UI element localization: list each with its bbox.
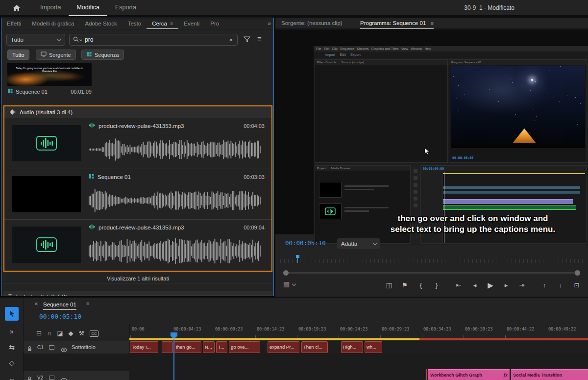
eye-icon[interactable] <box>61 345 67 354</box>
caption-clip[interactable]: go ove... <box>229 341 260 353</box>
home-icon[interactable] <box>13 4 21 14</box>
show-more-results-link[interactable]: Visualizzare 1 altri risultati <box>3 274 272 283</box>
audio-waveform[interactable] <box>89 134 261 165</box>
tab-pro-truncated[interactable]: Pro <box>205 18 224 29</box>
search-input[interactable] <box>85 36 228 43</box>
nest-toggle-button[interactable]: ⊟ <box>36 328 42 339</box>
step-forward-button[interactable]: ▸ <box>501 280 512 291</box>
caption-clip-lane: Today I...then go...N...T...go ove...exp… <box>129 341 588 354</box>
panel-menu-icon[interactable]: ≡ <box>86 301 89 306</box>
monitor-settings-button[interactable]: ▦ <box>283 280 295 288</box>
caption-clip[interactable]: Then cl... <box>301 341 328 353</box>
eye-icon[interactable] <box>61 376 67 380</box>
timeline-timecode[interactable]: 00:00:05:10 <box>39 313 81 320</box>
track-select-tool[interactable]: » <box>5 325 19 338</box>
video-clip[interactable]: Social Media Transition <box>511 369 588 380</box>
tab-modifica[interactable]: Modifica <box>69 0 107 16</box>
linked-selection-toggle-button[interactable]: ◪ <box>57 328 63 339</box>
audio-waveform[interactable] <box>89 236 261 266</box>
program-playhead[interactable] <box>297 255 298 263</box>
preview-audio-thumbnail <box>319 203 342 219</box>
search-settings-menu-icon[interactable]: ≡ <box>257 34 262 43</box>
lift-button[interactable]: ↑ <box>539 280 550 291</box>
video-result-thumbnail[interactable]: Today I'm going to show you how to add a… <box>7 63 92 86</box>
snap-toggle-button[interactable]: ∩ <box>47 328 51 339</box>
play-button[interactable]: ▶ <box>485 280 496 291</box>
track-output-icon[interactable] <box>49 345 54 350</box>
add-marker-button[interactable]: ⚑ <box>399 280 410 291</box>
text-results-section-header[interactable]: T Testo (risultati 3 di 3) <box>3 291 272 296</box>
program-scrubber[interactable] <box>280 255 583 263</box>
tab-programma[interactable]: Programma: Sequence 01 ≡ <box>360 18 434 29</box>
caption-clip[interactable]: Today I... <box>130 341 158 353</box>
star <box>535 81 536 82</box>
preview-clip-thumbnail <box>319 182 342 198</box>
search-options-chevron-icon[interactable] <box>79 38 82 41</box>
program-timecode[interactable]: 00:00:05:10 <box>285 239 326 247</box>
close-panel-icon[interactable]: × <box>34 300 38 307</box>
video-result-meta[interactable]: Sequence 01 00:01:09 <box>7 88 92 95</box>
slip-tool[interactable]: ↔ <box>5 372 19 380</box>
captions-toggle-button[interactable]: CC <box>90 330 98 337</box>
clear-search-icon[interactable]: × <box>228 36 234 44</box>
zoom-scrollbar[interactable] <box>280 270 583 276</box>
filter-funnel-icon[interactable] <box>244 36 250 45</box>
lock-icon[interactable] <box>27 375 32 380</box>
zoom-handle-left[interactable] <box>283 270 289 276</box>
extract-button[interactable]: ↓ <box>555 280 566 291</box>
tab-adobe-stock[interactable]: Adobe Stock <box>80 18 122 29</box>
video-clip[interactable]: Workbench Glitch Graphfx <box>428 369 510 380</box>
tab-modelli-di-grafica[interactable]: Modelli di grafica <box>26 18 79 29</box>
grid-icon: ▦ <box>283 280 290 288</box>
audio-section-header[interactable]: Audio (risultati 3 di 4) <box>4 106 271 118</box>
mark-in-button[interactable]: { <box>416 280 426 291</box>
selection-tool[interactable] <box>5 307 19 321</box>
audio-result-row[interactable]: Sequence 01 00:03:03 <box>4 169 271 219</box>
mark-out-button[interactable]: } <box>431 280 442 291</box>
caption-clip[interactable]: then go... <box>174 341 201 353</box>
caption-clip[interactable] <box>162 341 173 353</box>
ripple-edit-tool[interactable]: ⇆ <box>5 340 19 354</box>
caption-clip[interactable]: wh... <box>365 341 382 353</box>
tab-testo[interactable]: Testo <box>122 18 147 29</box>
audio-result-row[interactable]: product-review-pulse-431353.mp3 00:09:04 <box>4 219 271 270</box>
tab-importa[interactable]: Importa <box>32 0 69 16</box>
panel-menu-icon[interactable]: ≡ <box>170 21 173 26</box>
caption-clip[interactable]: T... <box>216 341 227 353</box>
timeline-settings-button[interactable]: ⚒ <box>79 328 85 339</box>
tab-esporta[interactable]: Esporta <box>107 0 144 16</box>
search-scope-select[interactable]: Tutto <box>6 34 65 46</box>
chip-sequenza[interactable]: Sequenza <box>81 50 124 60</box>
tab-cerca[interactable]: Cerca≡ <box>147 18 178 29</box>
chip-sorgente[interactable]: Sorgente <box>36 50 76 60</box>
audio-result-duration: 00:09:04 <box>244 225 265 230</box>
caption-clip[interactable]: expand Pr... <box>268 341 299 353</box>
zoom-level-select[interactable]: Adatta <box>337 238 380 249</box>
audio-waveform[interactable] <box>89 185 261 216</box>
caption-clip[interactable]: High... <box>341 341 363 353</box>
tab-eventi[interactable]: Eventi <box>178 18 205 29</box>
video-track-name[interactable]: V2 <box>37 375 43 380</box>
go-to-in-button[interactable]: ⇤ <box>453 280 464 291</box>
panel-menu-icon[interactable]: ≡ <box>430 20 433 26</box>
caption-track-name[interactable]: C1 <box>37 345 44 350</box>
track-output-icon[interactable] <box>49 376 54 380</box>
timeline-playhead-line[interactable] <box>173 339 174 380</box>
tab-sorgente[interactable]: Sorgente: (nessuna clip) <box>281 18 343 28</box>
lock-icon[interactable] <box>27 345 32 354</box>
step-back-button[interactable]: ◂ <box>469 280 480 291</box>
pen-tool[interactable]: ◇ <box>5 356 19 370</box>
go-to-out-button[interactable]: ⇥ <box>516 280 527 291</box>
export-frame-button[interactable]: ⊡ <box>571 280 582 291</box>
tab-effetti[interactable]: Effetti <box>1 18 26 29</box>
tools-strip: »⇆◇↔ <box>0 298 24 380</box>
audio-result-row[interactable]: product-review-pulse-431353.mp3 00:04:03 <box>4 118 271 169</box>
caption-clip[interactable]: N... <box>203 341 215 353</box>
tab-overflow-icon[interactable]: » <box>268 20 271 27</box>
zoom-handle-right[interactable] <box>575 270 580 276</box>
add-marker-button[interactable]: ◆ <box>69 328 74 339</box>
chip-tutto[interactable]: Tutto <box>7 50 29 60</box>
comparison-view-button[interactable]: ◫ <box>384 280 394 291</box>
timeline-tab[interactable]: Sequence 01 <box>43 300 76 310</box>
time-ruler[interactable]: 00:0000:00:04:2300:00:09:2300:00:14:2300… <box>129 324 588 338</box>
